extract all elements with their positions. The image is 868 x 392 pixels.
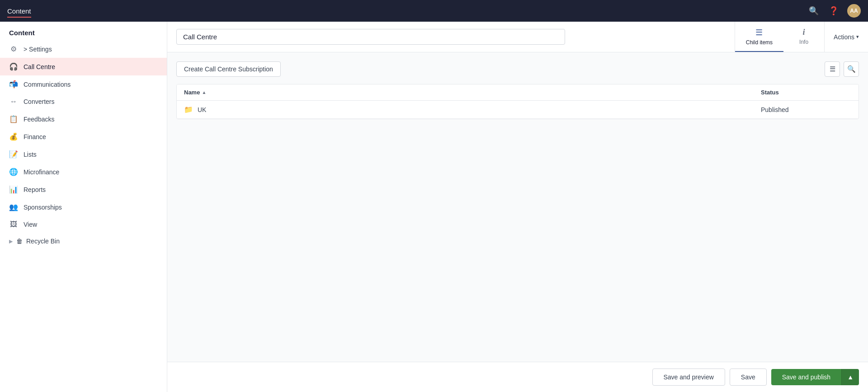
header-actions-button[interactable]: Actions ▾: [824, 22, 868, 52]
reports-icon: 📊: [9, 185, 18, 194]
communications-icon: 📬: [9, 80, 18, 89]
actions-chevron-icon: ▾: [856, 34, 859, 40]
chevron-right-icon: ▶: [9, 238, 13, 244]
row-status: Published: [761, 106, 851, 113]
finance-icon: 💰: [9, 132, 18, 141]
tab-child-items-label: Child items: [746, 39, 773, 46]
sidebar-item-feedbacks[interactable]: 📋 Feedbacks: [0, 110, 167, 128]
content-body: Create Call Centre Subscription ☰ 🔍 Name…: [167, 52, 868, 362]
search-button[interactable]: 🔍: [844, 61, 859, 77]
content-title-input[interactable]: [176, 29, 565, 45]
sidebar-item-view[interactable]: 🖼 View: [0, 216, 167, 233]
sidebar-item-label: Communications: [24, 81, 71, 88]
sidebar-item-label: Converters: [24, 98, 54, 105]
items-table: Name ▲ Status 📁 UK Published: [176, 84, 859, 119]
caret-up-icon: ▲: [847, 373, 854, 381]
sidebar-item-lists[interactable]: 📝 Lists: [0, 145, 167, 163]
content-title-bar: [167, 22, 735, 52]
sidebar-item-call-centre[interactable]: 🎧 Call Centre: [0, 58, 167, 75]
column-header-status: Status: [761, 89, 851, 96]
row-name: UK: [198, 106, 761, 113]
sidebar: Content ⚙ > Settings 🎧 Call Centre 📬 Com…: [0, 22, 167, 392]
tab-info-label: Info: [799, 39, 808, 45]
toolbar-right: ☰ 🔍: [825, 61, 859, 77]
converters-icon: ↔: [9, 98, 18, 106]
sidebar-item-finance[interactable]: 💰 Finance: [0, 128, 167, 145]
topbar: Content 🔍 ❓ AA: [0, 0, 868, 22]
save-publish-caret-button[interactable]: ▲: [841, 369, 859, 385]
microfinance-icon: 🌐: [9, 168, 18, 176]
content-footer: Save and preview Save Save and publish ▲: [167, 362, 868, 392]
content-toolbar: Create Call Centre Subscription ☰ 🔍: [176, 61, 859, 77]
sidebar-item-settings[interactable]: ⚙ > Settings: [0, 40, 167, 58]
sidebar-item-label: View: [24, 221, 37, 228]
sidebar-item-label: > Settings: [24, 46, 52, 53]
folder-icon: 📁: [184, 105, 193, 114]
header-tabs: ☰ Child items i Info: [735, 22, 824, 52]
sort-ascending-icon: ▲: [202, 90, 206, 95]
content-area: ☰ Child items i Info Actions ▾ Create Ca…: [167, 22, 868, 392]
info-tab-icon: i: [803, 28, 805, 37]
sidebar-item-label: Finance: [24, 133, 46, 140]
sidebar-item-microfinance[interactable]: 🌐 Microfinance: [0, 163, 167, 181]
sidebar-item-label: Microfinance: [24, 168, 59, 176]
list-view-button[interactable]: ☰: [825, 61, 840, 77]
avatar[interactable]: AA: [847, 4, 861, 18]
view-icon: 🖼: [9, 220, 18, 229]
help-icon[interactable]: ❓: [827, 5, 840, 17]
table-row[interactable]: 📁 UK Published: [177, 101, 859, 119]
save-publish-button[interactable]: Save and publish: [771, 369, 841, 385]
table-header: Name ▲ Status: [177, 84, 859, 101]
sidebar-item-label: Lists: [24, 151, 37, 158]
create-subscription-button[interactable]: Create Call Centre Subscription: [176, 61, 281, 77]
sidebar-recycle-label: Recycle Bin: [26, 238, 60, 245]
feedbacks-icon: 📋: [9, 115, 18, 123]
call-centre-icon: 🎧: [9, 62, 18, 71]
search-icon[interactable]: 🔍: [807, 5, 820, 17]
recycle-bin-icon: 🗑: [16, 238, 23, 245]
topbar-icons: 🔍 ❓ AA: [807, 4, 861, 18]
column-header-name[interactable]: Name ▲: [184, 89, 761, 96]
lists-icon: 📝: [9, 150, 18, 159]
main-layout: Content ⚙ > Settings 🎧 Call Centre 📬 Com…: [0, 22, 868, 392]
save-publish-group: Save and publish ▲: [771, 369, 859, 385]
sidebar-item-reports[interactable]: 📊 Reports: [0, 181, 167, 198]
sidebar-item-converters[interactable]: ↔ Converters: [0, 93, 167, 110]
content-header: ☰ Child items i Info Actions ▾: [167, 22, 868, 52]
sidebar-item-recycle-bin[interactable]: ▶ 🗑 Recycle Bin: [0, 233, 167, 249]
save-preview-button[interactable]: Save and preview: [652, 369, 725, 386]
sidebar-item-sponsorships[interactable]: 👥 Sponsorships: [0, 198, 167, 216]
sidebar-header: Content: [0, 22, 167, 40]
sidebar-item-label: Reports: [24, 186, 46, 193]
topbar-title: Content: [7, 7, 31, 15]
tab-info[interactable]: i Info: [783, 22, 824, 52]
sidebar-item-label: Sponsorships: [24, 204, 62, 211]
sidebar-item-communications[interactable]: 📬 Communications: [0, 75, 167, 93]
sidebar-item-label: Call Centre: [24, 63, 55, 70]
tab-child-items[interactable]: ☰ Child items: [735, 22, 783, 52]
sidebar-item-label: Feedbacks: [24, 116, 54, 123]
actions-label: Actions: [834, 33, 854, 41]
sponsorships-icon: 👥: [9, 203, 18, 211]
save-button[interactable]: Save: [730, 369, 767, 386]
settings-icon: ⚙: [9, 45, 18, 53]
child-items-tab-icon: ☰: [755, 28, 763, 37]
